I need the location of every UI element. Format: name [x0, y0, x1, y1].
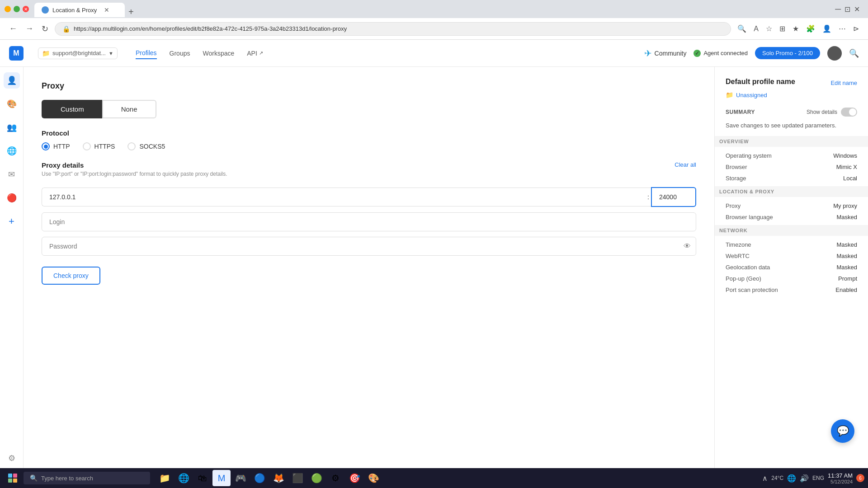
- taskbar-settings[interactable]: ⚙: [326, 470, 344, 486]
- taskbar-clock[interactable]: 11:37 AM 5/12/2024: [828, 472, 853, 484]
- taskbar-volume-icon[interactable]: 🔊: [800, 474, 809, 483]
- port-scan-row: Port scan protection Enabled: [726, 286, 857, 293]
- api-nav-link[interactable]: API ↗: [247, 48, 263, 59]
- taskbar-lang: ENG: [812, 475, 824, 481]
- edit-name-button[interactable]: Edit name: [830, 80, 857, 86]
- agent-status: ✓ Agent connected: [693, 50, 748, 57]
- ip-input[interactable]: [42, 188, 646, 206]
- taskbar-firefox[interactable]: 🦊: [269, 470, 288, 486]
- socks5-radio[interactable]: [127, 142, 136, 150]
- network-section-header: NETWORK: [715, 225, 868, 236]
- sidebar-settings-icon[interactable]: ⚙: [4, 450, 20, 466]
- search-icon[interactable]: 🔍: [736, 23, 748, 35]
- check-proxy-button[interactable]: Check proxy: [42, 267, 100, 285]
- login-input[interactable]: [42, 212, 696, 231]
- sidebar-users-icon[interactable]: 👥: [4, 119, 20, 136]
- taskbar-file-explorer[interactable]: 📁: [156, 470, 174, 486]
- port-input[interactable]: [651, 187, 696, 207]
- protocol-section: Protocol HTTP HTTPS SOCKS5: [42, 129, 696, 150]
- back-button[interactable]: ←: [7, 22, 19, 35]
- taskbar-unknown1[interactable]: 🎮: [231, 470, 250, 486]
- sidebar-color-icon[interactable]: 🔴: [4, 190, 20, 206]
- password-input[interactable]: [42, 237, 696, 256]
- browser-tab[interactable]: Location & Proxy ✕: [34, 3, 125, 17]
- new-tab-button[interactable]: +: [125, 7, 137, 17]
- taskbar-right: ∧ 24°C 🌐 🔊 ENG 11:37 AM 5/12/2024 6: [762, 472, 864, 484]
- toggle-password-icon[interactable]: 👁: [684, 242, 691, 250]
- workspace-selector[interactable]: 📁 support@brightdat... ▼: [38, 47, 118, 59]
- translate-icon[interactable]: A: [752, 23, 760, 35]
- panel-title: Default profile name: [726, 78, 795, 86]
- sidebar-profiles-icon[interactable]: 👤: [4, 72, 20, 89]
- notification-badge[interactable]: 6: [856, 474, 864, 482]
- taskbar-store[interactable]: 🛍: [193, 470, 212, 486]
- taskbar-unknown2[interactable]: 🎯: [345, 470, 363, 486]
- chat-fab-button[interactable]: 💬: [831, 419, 854, 443]
- extensions-icon[interactable]: 🧩: [804, 23, 817, 35]
- more-icon[interactable]: ⋯: [837, 23, 848, 35]
- proxy-custom-button[interactable]: Custom: [42, 100, 102, 118]
- forward-button[interactable]: →: [24, 22, 35, 35]
- start-button[interactable]: [4, 470, 22, 486]
- tab-title: Location & Proxy: [52, 7, 97, 14]
- os-value: Windows: [833, 152, 857, 159]
- taskbar-chrome[interactable]: 🔵: [250, 470, 269, 486]
- groups-nav-link[interactable]: Groups: [170, 48, 190, 59]
- promo-badge[interactable]: Solo Promo - 2/100: [755, 47, 820, 59]
- close-button[interactable]: ✕: [23, 6, 29, 12]
- proxy-toggle: Custom None: [42, 100, 696, 118]
- taskbar-edge[interactable]: 🌐: [175, 470, 193, 486]
- win-restore-icon[interactable]: ⊡: [844, 5, 850, 14]
- app-logo[interactable]: M: [9, 46, 24, 61]
- win-minimize-icon[interactable]: ─: [835, 5, 841, 14]
- community-button[interactable]: ✈ Community: [644, 48, 687, 59]
- address-bar[interactable]: 🔒 https://app.multilogin.com/en/home/pro…: [55, 22, 731, 36]
- sidebar-mail-icon[interactable]: ✉: [4, 166, 20, 183]
- reload-button[interactable]: ↻: [40, 22, 50, 36]
- nav-right: ✈ Community ✓ Agent connected Solo Promo…: [644, 46, 859, 61]
- timezone-row: Timezone Masked: [726, 241, 857, 248]
- https-radio[interactable]: [83, 142, 91, 150]
- protocol-socks5-option[interactable]: SOCKS5: [127, 142, 165, 150]
- webrtc-value: Masked: [836, 253, 857, 259]
- workspace-nav-link[interactable]: Workspace: [203, 48, 234, 59]
- clock-time: 11:37 AM: [828, 472, 853, 479]
- taskbar-apps: 📁 🌐 🛍 M 🎮 🔵 🦊 ⬛ 🟢 ⚙ 🎯 🎨: [156, 470, 382, 486]
- protocol-radio-group: HTTP HTTPS SOCKS5: [42, 142, 696, 150]
- profiles-nav-link[interactable]: Profiles: [136, 47, 157, 59]
- favorites-icon[interactable]: ★: [791, 23, 801, 35]
- maximize-button[interactable]: [14, 6, 20, 12]
- nav-links: Profiles Groups Workspace API ↗: [136, 47, 263, 59]
- browser-value: Mimic X: [836, 164, 857, 170]
- taskbar-network-icon[interactable]: 🌐: [787, 474, 796, 483]
- taskbar-terminal[interactable]: ⬛: [288, 470, 307, 486]
- show-details-toggle[interactable]: [841, 108, 857, 117]
- port-scan-label: Port scan protection: [726, 286, 778, 293]
- proxy-ip-port-row: :: [42, 187, 696, 207]
- taskbar-search[interactable]: 🔍 Type here to search: [24, 472, 150, 484]
- taskbar-unknown3[interactable]: 🎨: [364, 470, 382, 486]
- taskbar-multilogin[interactable]: M: [212, 470, 231, 486]
- sidebar-toggle-icon[interactable]: ⊳: [851, 23, 861, 35]
- taskbar-show-hidden-icon[interactable]: ∧: [762, 474, 768, 483]
- bookmark-icon[interactable]: ☆: [764, 23, 774, 35]
- proxy-none-button[interactable]: None: [102, 100, 156, 118]
- clear-all-button[interactable]: Clear all: [675, 161, 696, 168]
- user-avatar[interactable]: [827, 46, 842, 61]
- sidebar-briefcase-icon[interactable]: 🎨: [4, 96, 20, 112]
- protocol-http-option[interactable]: HTTP: [42, 142, 70, 150]
- save-note: Save changes to see updated parameters.: [726, 122, 857, 129]
- http-radio[interactable]: [42, 142, 50, 150]
- win-close-icon[interactable]: ✕: [854, 5, 860, 14]
- folder-label: Unassigned: [736, 92, 767, 99]
- sidebar-add-icon[interactable]: +: [4, 213, 20, 230]
- sidebar-globe-icon[interactable]: 🌐: [4, 143, 20, 159]
- global-search-button[interactable]: 🔍: [849, 48, 859, 58]
- taskbar-temp: 24°C: [771, 475, 783, 481]
- profile-icon[interactable]: 👤: [821, 23, 833, 35]
- taskbar-chrome2[interactable]: 🟢: [307, 470, 326, 486]
- minimize-button[interactable]: [5, 6, 11, 12]
- split-view-icon[interactable]: ⊞: [778, 23, 787, 35]
- tab-close-button[interactable]: ✕: [104, 6, 109, 14]
- protocol-https-option[interactable]: HTTPS: [83, 142, 115, 150]
